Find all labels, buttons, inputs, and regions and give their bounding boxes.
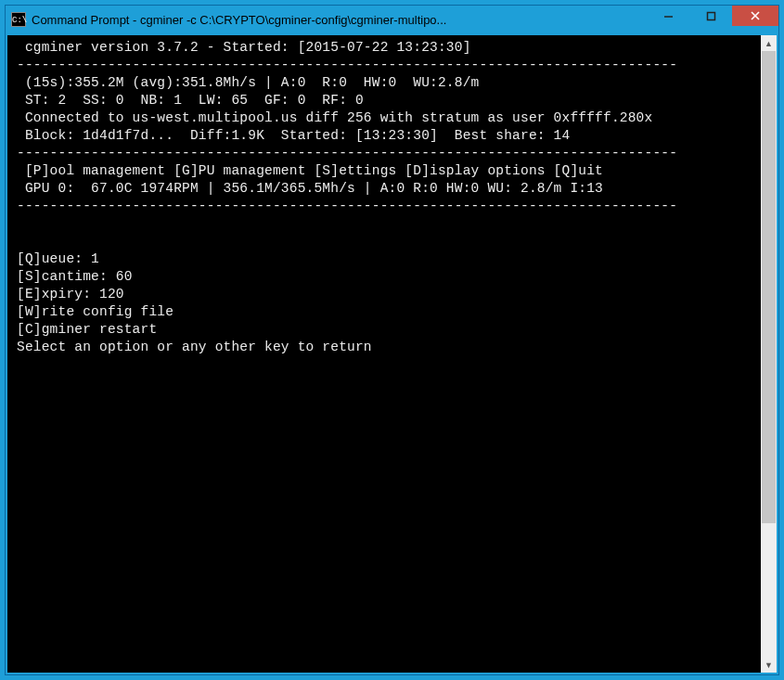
scroll-up-arrow-icon[interactable]: ▲ [761, 35, 777, 51]
scroll-down-arrow-icon[interactable]: ▼ [761, 657, 777, 673]
gpu-line: GPU 0: 67.0C 1974RPM | 356.1M/365.5Mh/s … [17, 181, 603, 196]
settings-restart: [C]gminer restart [17, 322, 157, 337]
settings-scantime: [S]cantime: 60 [17, 269, 133, 284]
settings-expiry: [E]xpiry: 120 [17, 287, 124, 302]
scroll-thumb[interactable] [762, 51, 776, 523]
window-title: Command Prompt - cgminer -c C:\CRYPTO\cg… [32, 13, 647, 27]
menu-line-1: [P]ool management [G]PU management [S]et… [17, 163, 603, 178]
titlebar[interactable]: C:\ Command Prompt - cgminer -c C:\CRYPT… [6, 6, 778, 33]
settings-write: [W]rite config file [17, 304, 174, 319]
status-line-3: Connected to us-west.multipool.us diff 2… [17, 110, 652, 125]
divider: ----------------------------------------… [17, 58, 677, 72]
maximize-button[interactable] [689, 6, 732, 26]
status-line-2: ST: 2 SS: 0 NB: 1 LW: 65 GF: 0 RF: 0 [17, 93, 364, 108]
minimize-button[interactable] [647, 6, 689, 26]
status-line-4: Block: 1d4d1f7d... Diff:1.9K Started: [1… [17, 128, 570, 143]
close-button[interactable] [732, 6, 778, 26]
window-buttons [647, 6, 778, 33]
settings-prompt: Select an option or any other key to ret… [17, 340, 372, 354]
vertical-scrollbar[interactable]: ▲ ▼ [761, 35, 777, 673]
divider: ----------------------------------------… [17, 199, 677, 213]
status-line-1: (15s):355.2M (avg):351.8Mh/s | A:0 R:0 H… [17, 75, 479, 90]
maximize-icon [706, 11, 716, 21]
divider: ----------------------------------------… [17, 146, 677, 160]
minimize-icon [663, 11, 674, 21]
console-area: cgminer version 3.7.2 - Started: [2015-0… [6, 33, 778, 674]
svg-rect-1 [707, 12, 714, 19]
header-line: cgminer version 3.7.2 - Started: [2015-0… [17, 40, 471, 55]
close-icon [750, 10, 761, 21]
settings-queue: [Q]ueue: 1 [17, 251, 99, 266]
console-output[interactable]: cgminer version 3.7.2 - Started: [2015-0… [7, 35, 761, 673]
scroll-track[interactable] [761, 51, 777, 657]
app-icon: C:\ [11, 12, 26, 27]
window-frame: C:\ Command Prompt - cgminer -c C:\CRYPT… [5, 5, 779, 675]
